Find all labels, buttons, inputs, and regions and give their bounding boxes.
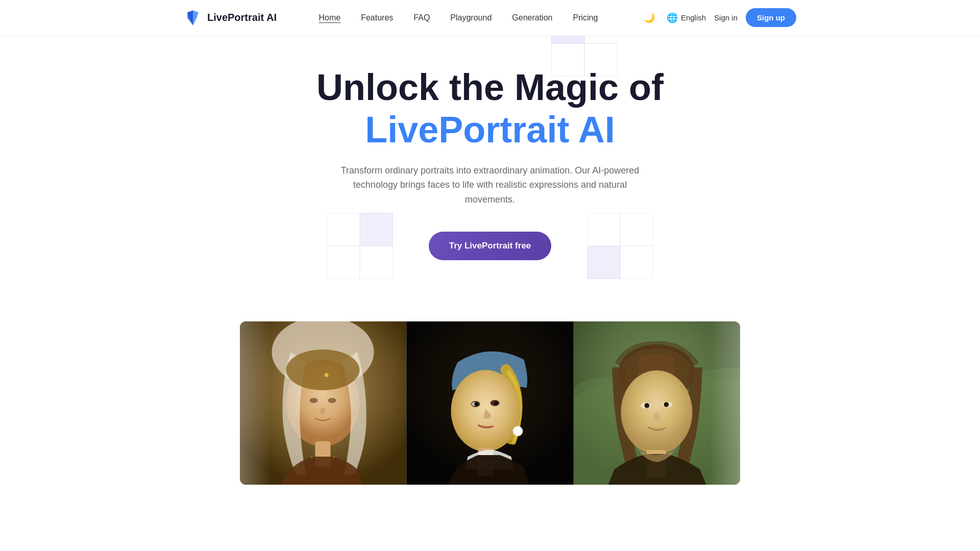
- nav-generation[interactable]: Generation: [512, 13, 552, 22]
- moon-icon: 🌙: [644, 12, 655, 23]
- hero-content: Unlock the Magic of LivePortrait AI Tran…: [316, 66, 664, 281]
- cta-right-deco: [587, 213, 653, 279]
- painting-panel-2: [406, 321, 574, 485]
- theme-toggle-button[interactable]: 🌙: [640, 9, 658, 27]
- nav-right: 🌙 🌐 English Sign in Sign up: [640, 8, 796, 27]
- hero-section: Unlock the Magic of LivePortrait AI Tran…: [0, 0, 980, 485]
- painting-3-art: [574, 321, 740, 485]
- try-free-button[interactable]: Try LivePortrait free: [429, 232, 552, 260]
- logo-icon: [184, 9, 202, 27]
- painting-1-art: [240, 321, 406, 485]
- nav-home[interactable]: Home: [319, 13, 341, 22]
- svg-point-16: [475, 402, 479, 406]
- language-button[interactable]: 🌐 English: [667, 12, 706, 23]
- logo-link[interactable]: LivePortrait AI: [184, 9, 277, 27]
- svg-point-31: [665, 403, 668, 406]
- nav-links: Home Features FAQ Playground Generation …: [319, 13, 598, 22]
- language-label: English: [681, 13, 706, 22]
- hero-title-line1: Unlock the Magic of: [316, 66, 664, 109]
- nav-playground[interactable]: Playground: [450, 13, 492, 22]
- nav-features[interactable]: Features: [361, 13, 393, 22]
- painting-2-art: [407, 321, 573, 485]
- navbar: LivePortrait AI Home Features FAQ Playgr…: [0, 0, 980, 36]
- painting-panel-1: [240, 321, 406, 485]
- cta-left-deco: [327, 213, 393, 279]
- svg-point-7: [321, 407, 326, 414]
- hero-title-line2: LivePortrait AI: [365, 109, 615, 151]
- svg-point-9: [325, 373, 329, 377]
- signup-button[interactable]: Sign up: [746, 8, 796, 27]
- svg-point-5: [310, 398, 318, 403]
- svg-point-32: [653, 412, 660, 421]
- svg-point-20: [514, 427, 522, 435]
- paintings-container: [240, 321, 740, 485]
- svg-point-30: [645, 404, 648, 407]
- nav-pricing[interactable]: Pricing: [573, 13, 598, 22]
- globe-icon: 🌐: [667, 12, 678, 23]
- svg-point-21: [516, 429, 519, 431]
- svg-point-4: [286, 349, 360, 390]
- svg-point-6: [328, 398, 336, 403]
- signin-button[interactable]: Sign in: [714, 13, 738, 22]
- painting-panel-3: [574, 321, 740, 485]
- cta-area: Try LivePortrait free: [429, 232, 552, 260]
- paintings-section: [0, 321, 980, 485]
- nav-faq[interactable]: FAQ: [413, 13, 430, 22]
- hero-subtitle: Transform ordinary portraits into extrao…: [337, 163, 643, 207]
- svg-point-17: [494, 401, 498, 405]
- logo-text: LivePortrait AI: [207, 12, 277, 23]
